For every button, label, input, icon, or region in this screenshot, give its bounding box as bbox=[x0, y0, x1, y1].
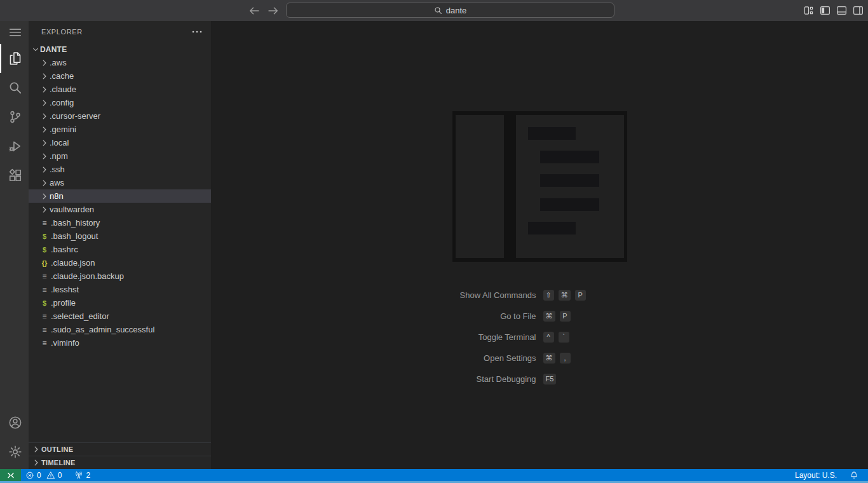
chevron-down-icon bbox=[31, 45, 40, 54]
tree-folder-.claude[interactable]: .claude bbox=[29, 83, 211, 96]
shell-file-icon: $ bbox=[39, 298, 50, 308]
sidebar-section-timeline[interactable]: TIMELINE bbox=[29, 456, 211, 469]
files-icon bbox=[8, 51, 22, 65]
activity-explorer-button[interactable] bbox=[0, 44, 29, 73]
activity-extensions-button[interactable] bbox=[0, 161, 29, 190]
tree-item-label: .viminfo bbox=[51, 338, 79, 348]
activity-source-control-button[interactable] bbox=[0, 102, 29, 132]
tree-root-dante[interactable]: DANTE bbox=[29, 43, 211, 56]
tree-item-label: .ssh bbox=[50, 165, 65, 174]
tree-item-label: .sudo_as_admin_successful bbox=[51, 325, 154, 334]
tree-file-.claude.json[interactable]: {}.claude.json bbox=[29, 256, 211, 269]
activity-settings-button[interactable] bbox=[0, 437, 29, 466]
editor-area: Show All Commands⇧⌘PGo to File⌘PToggle T… bbox=[211, 21, 868, 469]
toggle-secondary-sidebar-button[interactable] bbox=[852, 5, 864, 17]
chevron-right-icon bbox=[39, 98, 50, 108]
tree-item-label: .config bbox=[50, 98, 74, 107]
forward-arrow-icon bbox=[267, 4, 280, 17]
activity-run-debug-button[interactable] bbox=[0, 132, 29, 161]
tree-file-.profile[interactable]: $.profile bbox=[29, 296, 211, 310]
tree-file-.viminfo[interactable]: ≡.viminfo bbox=[29, 336, 211, 350]
tree-item-label: .gemini bbox=[50, 125, 76, 134]
tree-folder-.local[interactable]: .local bbox=[29, 136, 211, 149]
tree-file-.bashrc[interactable]: $.bashrc bbox=[29, 243, 211, 256]
text-file-icon: ≡ bbox=[39, 311, 50, 322]
toggle-panel-button[interactable] bbox=[836, 5, 847, 17]
tree-file-.bash_logout[interactable]: $.bash_logout bbox=[29, 229, 211, 243]
warning-icon bbox=[46, 471, 55, 480]
vscode-window: dante EXPLORER DANTE .aws.cache.claude.c… bbox=[0, 0, 868, 483]
tree-item-label: .aws bbox=[50, 58, 67, 67]
run-debug-icon bbox=[8, 139, 22, 153]
keycap: ^ bbox=[543, 332, 554, 343]
activity-search-button[interactable] bbox=[0, 73, 29, 102]
tree-file-.lesshst[interactable]: ≡.lesshst bbox=[29, 283, 211, 296]
tree-item-label: .claude.json.backup bbox=[51, 271, 124, 281]
root-folder-label: DANTE bbox=[40, 45, 67, 54]
tree-folder-aws[interactable]: aws bbox=[29, 176, 211, 189]
tree-item-label: .cache bbox=[50, 71, 74, 81]
account-icon bbox=[8, 416, 22, 430]
layout-label: Layout: U.S. bbox=[795, 471, 837, 480]
tree-item-label: .npm bbox=[50, 151, 68, 161]
chevron-right-icon bbox=[39, 151, 50, 161]
activity-menu-button[interactable] bbox=[0, 21, 29, 44]
search-value: dante bbox=[446, 6, 467, 15]
shortcut-row: Start DebuggingF5 bbox=[416, 369, 664, 390]
text-file-icon: ≡ bbox=[39, 325, 50, 335]
activity-accounts-button[interactable] bbox=[0, 408, 29, 437]
tree-folder-.cursor-server[interactable]: .cursor-server bbox=[29, 109, 211, 123]
tree-folder-n8n[interactable]: n8n bbox=[29, 189, 211, 203]
nav-forward-button[interactable] bbox=[267, 4, 280, 17]
tree-item-label: n8n bbox=[50, 191, 64, 201]
keyboard-layout-status[interactable]: Layout: U.S. bbox=[790, 469, 841, 481]
tree-folder-vaultwarden[interactable]: vaultwarden bbox=[29, 203, 211, 216]
sidebar-section-outline[interactable]: OUTLINE bbox=[29, 442, 211, 456]
tree-item-label: .local bbox=[50, 138, 69, 147]
shortcut-label: Toggle Terminal bbox=[416, 332, 536, 342]
customize-layout-icon bbox=[803, 5, 814, 16]
chevron-right-icon bbox=[39, 125, 50, 135]
vscode-watermark-illustration bbox=[452, 111, 627, 262]
tree-folder-.config[interactable]: .config bbox=[29, 96, 211, 109]
bell-icon bbox=[850, 471, 858, 480]
sidebar-title: EXPLORER bbox=[41, 28, 83, 36]
text-file-icon: ≡ bbox=[39, 338, 50, 348]
tree-file-.claude.json.backup[interactable]: ≡.claude.json.backup bbox=[29, 269, 211, 283]
tree-folder-.cache[interactable]: .cache bbox=[29, 69, 211, 83]
customize-layout-button[interactable] bbox=[803, 5, 814, 17]
chevron-right-icon bbox=[39, 138, 50, 148]
tree-file-.selected_editor[interactable]: ≡.selected_editor bbox=[29, 310, 211, 323]
problems-status[interactable]: 0 0 bbox=[21, 469, 66, 481]
shell-file-icon: $ bbox=[39, 231, 50, 242]
keycap: ⌘ bbox=[559, 290, 571, 301]
shell-file-icon: $ bbox=[39, 245, 50, 255]
tree-file-.sudo_as_admin_successful[interactable]: ≡.sudo_as_admin_successful bbox=[29, 323, 211, 336]
toggle-primary-sidebar-button[interactable] bbox=[819, 5, 831, 17]
tree-folder-.aws[interactable]: .aws bbox=[29, 56, 211, 69]
tree-folder-.gemini[interactable]: .gemini bbox=[29, 123, 211, 136]
nav-back-button[interactable] bbox=[248, 4, 261, 17]
tree-file-.bash_history[interactable]: ≡.bash_history bbox=[29, 216, 211, 229]
tree-folder-.npm[interactable]: .npm bbox=[29, 149, 211, 163]
layout-controls bbox=[803, 0, 864, 21]
more-actions-button[interactable] bbox=[191, 25, 203, 38]
ports-count: 2 bbox=[86, 471, 90, 480]
shortcut-label: Open Settings bbox=[416, 353, 536, 363]
remote-indicator[interactable] bbox=[0, 469, 21, 481]
shortcut-row: Toggle Terminal^` bbox=[416, 327, 664, 348]
explorer-sidebar: EXPLORER DANTE .aws.cache.claude.config.… bbox=[29, 21, 211, 469]
chevron-right-icon bbox=[31, 444, 41, 454]
sidebar-header: EXPLORER bbox=[29, 21, 211, 43]
tree-folder-.ssh[interactable]: .ssh bbox=[29, 163, 211, 176]
keycap: P bbox=[560, 311, 571, 322]
file-tree: DANTE .aws.cache.claude.config.cursor-se… bbox=[29, 43, 211, 442]
extensions-icon bbox=[8, 168, 22, 182]
command-center-search[interactable]: dante bbox=[286, 3, 614, 18]
radio-tower-icon bbox=[74, 471, 83, 480]
notifications-button[interactable] bbox=[845, 469, 863, 481]
remote-icon bbox=[6, 471, 15, 480]
chevron-right-icon bbox=[39, 178, 50, 188]
chevron-right-icon bbox=[31, 458, 41, 468]
ports-status[interactable]: 2 bbox=[70, 469, 95, 481]
